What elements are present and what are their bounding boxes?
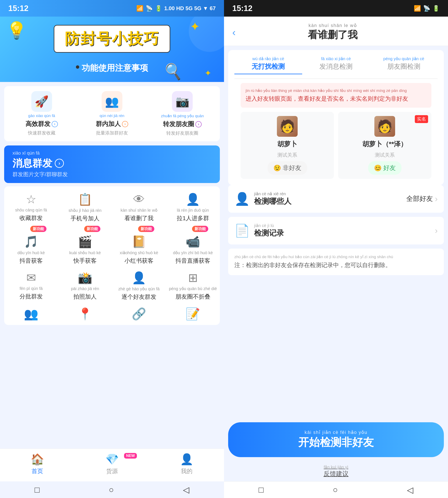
plus-deco2: ✦ [205, 68, 211, 78]
feature-card-1[interactable]: 🚀 gāo xiào qún fā 高效群发 › 快速群发收藏 [7, 91, 76, 136]
friend-name-2: 胡萝卜（**泽） [362, 140, 407, 149]
tab0-label: 无打扰检测 [234, 62, 302, 74]
tab-send-msg[interactable]: fā xiāo xi jiǎn cè 发消息检测 [302, 56, 370, 74]
tab-no-disturb[interactable]: wú dǎ rǎo jiǎn cè 无打扰检测 [234, 56, 302, 74]
friend-card-2: 实名 🧑 胡萝卜（**泽） 测试关系 😊 好友 [338, 112, 432, 179]
record-pinyin: jiǎn cè jì lù [254, 223, 284, 228]
tabs-row: wú dǎ rǎo jiǎn cè 无打扰检测 fā xiāo xi jiǎn … [234, 56, 438, 79]
grid-douyin-live[interactable]: 新功能 📹 dǒu yīn zhí bō huò kè 抖音直播获客 [166, 225, 220, 267]
feature-card-2[interactable]: 👥 qún nèi jiā rén 群内加人 › 批量添加群好友 [78, 91, 146, 136]
back-button[interactable]: ‹ [232, 27, 236, 38]
nav-supply-label: 货源 [106, 467, 118, 475]
notice-text: 进入好友转眼页面，查看好友是否实名，未实名则判定为非好友 [246, 94, 426, 103]
grid-douyin[interactable]: 新功能 🎵 dǒu yīn huò kè 抖音获客 [4, 225, 58, 267]
feature-card-3[interactable]: 📷 zhuǎn fā péng yǒu quān 转发朋友圈 › 转发好友朋友圈 [148, 91, 217, 136]
grid-moments[interactable]: ⊞ péng yǒu quān bù zhé diē 朋友圈不折叠 [166, 267, 220, 303]
detect-person-icon: 👤 [234, 192, 250, 206]
record-left: 📄 jiǎn cè jì lù 检测记录 [234, 223, 284, 238]
grid-batch[interactable]: ✉ fēn pī qún fā 分批群发 [4, 267, 58, 303]
new-badge: NEW [124, 453, 137, 459]
supply-icon: 💎 [105, 453, 119, 466]
battery-icon-r: 🔋 [432, 5, 440, 12]
hero-subtitle: 功能使用注意事项 [82, 62, 148, 74]
tab1-pinyin: fā xiāo xi jiǎn cè [302, 56, 370, 61]
tab2-pinyin: péng yǒu quān jiǎn cè [370, 56, 438, 61]
bottom-notice: zhù jiǎn cè chū de fēi hǎo yǒu huì bǎo c… [228, 249, 444, 275]
mine-icon: 👤 [180, 453, 193, 466]
card1-subtitle: 快速群发收藏 [28, 130, 55, 136]
grid-pull-group[interactable]: 👤 lā rén jìn duō qún 拉1人进多群 [166, 188, 220, 225]
card3-title: 转发朋友圈 › [163, 120, 202, 129]
feature-cards: 🚀 gāo xiào qún fā 高效群发 › 快速群发收藏 👥 qún nè… [4, 86, 220, 141]
magnify-icon: 🔍 [163, 61, 184, 81]
notice-box: jìn rù hǎo yǒu liàn thing yè miàn chá kà… [240, 83, 432, 108]
start-btn-pinyin: kāi shǐ jiǎn cè fēi hǎo yǒu [236, 430, 436, 435]
friend-cards-row: 🧑 胡萝卜 测试关系 😟 非好友 实名 🧑 胡萝卜（**泽） 测试关系 😊 [234, 112, 438, 185]
friend-card-1: 🧑 胡萝卜 测试关系 😟 非好友 [240, 112, 334, 179]
record-row[interactable]: 📄 jiǎn cè jì lù 检测记录 › [228, 217, 444, 244]
sys-circle-left[interactable]: ○ [109, 485, 114, 495]
smile-icon: 😊 [374, 164, 382, 172]
grid-extra1[interactable]: 👥 [4, 303, 58, 323]
detect-text-block: jiǎn cè nǎ xiē rén 检测哪些人 [254, 191, 291, 206]
nav-home-label: 首页 [32, 467, 43, 475]
detect-pinyin: jiǎn cè nǎ xiē rén [254, 191, 291, 196]
grid-xiaohongshu[interactable]: 新功能 📔 xiǎohóng shū huò kè 小红书获客 [112, 225, 166, 267]
feedback-section[interactable]: fǎn kuì jiàn yì 反馈建议 [224, 461, 448, 481]
avatar-2: 🧑 [374, 116, 395, 137]
nav-home[interactable]: 🏠 首页 [0, 453, 75, 475]
spacer [224, 279, 448, 418]
grid-extra4[interactable]: 📝 [166, 303, 220, 323]
grid-extra3[interactable]: 🔗 [112, 303, 166, 323]
start-btn-label: 开始检测非好友 [236, 435, 436, 450]
grid-photo-add[interactable]: 📸 pāi zhào jiā rén 拍照加人 [58, 267, 112, 303]
sys-nav-right: □ ○ ◁ [224, 481, 448, 498]
message-bar[interactable]: xiāo xī qún fā 消息群发 › 群发图片文字/群聊群发 [4, 146, 220, 183]
phone-left: 15:12 📶 📡 🔋 1.00 HD 5G 5G ▼ 67 💡 防封号小技巧 … [0, 0, 224, 498]
sys-nav-left: □ ○ ◁ [0, 481, 224, 498]
header-pinyin: kàn shuí shān le wǒ [240, 23, 426, 28]
bottom-notice-pinyin: zhù jiǎn cè chū de fēi hǎo yǒu huì bǎo c… [234, 254, 438, 260]
card1-title: 高效群发 › [26, 120, 58, 128]
time-left: 15:12 [8, 4, 28, 13]
detect-right: 全部好友 › [406, 194, 438, 203]
sys-back-right[interactable]: ◁ [407, 485, 413, 495]
icon-grid: ☆ shōu cáng qún fā 收藏群发 📋 shǒu jī hào ji… [4, 186, 220, 325]
grid-personal-send[interactable]: 👤 zhè gè hào yǒu qún fā 逐个好友群发 [112, 267, 166, 303]
bottom-notice-text: 注：检测出的非好友会保存在检测记录中，您可以自行删除。 [234, 260, 438, 270]
grid-extra2[interactable]: 📍 [58, 303, 112, 323]
sad-icon: 😟 [273, 164, 281, 172]
sys-circle-right[interactable]: ○ [333, 485, 338, 495]
record-chevron: › [435, 226, 438, 235]
status-icons-right: 📶 📡 🔋 [414, 5, 440, 12]
start-button[interactable]: kāi shǐ jiǎn cè fēi hǎo yǒu 开始检测非好友 [228, 422, 444, 457]
tab-moments[interactable]: péng yǒu quān jiǎn cè 朋友圈检测 [370, 56, 438, 74]
detect-row[interactable]: 👤 jiǎn cè nǎ xiē rén 检测哪些人 全部好友 › [228, 185, 444, 213]
sys-back-left[interactable]: ◁ [183, 485, 189, 495]
nav-supply[interactable]: 💎 NEW 货源 [75, 453, 149, 475]
sys-square-right[interactable]: □ [259, 485, 264, 495]
msgbar-pinyin: xiāo xī qún fā [13, 150, 211, 156]
nav-mine[interactable]: 👤 我的 [149, 453, 224, 475]
wifi-icon-r: 📡 [423, 5, 430, 12]
grid-who-deleted[interactable]: 👁 kàn shuí shān le wǒ 看谁删了我 [112, 188, 166, 225]
bottom-nav-left: 🏠 首页 💎 NEW 货源 👤 我的 [0, 448, 224, 481]
friend-status-2: 好友 [383, 164, 396, 172]
grid-phone-add[interactable]: 📋 shǒu jī hào jiā rén 手机号加人 [58, 188, 112, 225]
card3-pinyin: zhuǎn fā péng yǒu quān [161, 114, 204, 118]
grid-kuaishou[interactable]: 新功能 🎬 kuài shǒu huò kè 快手获客 [58, 225, 112, 267]
detect-label: 检测哪些人 [254, 196, 291, 206]
nav-mine-label: 我的 [181, 467, 192, 475]
feature-icon-rocket: 🚀 [31, 91, 52, 112]
status-bar-right: 15:12 📶 📡 🔋 [224, 0, 448, 17]
friend-status-1: 非好友 [283, 164, 301, 172]
msgbar-subtitle: 群发图片文字/群聊群发 [13, 171, 211, 178]
card1-pinyin: gāo xiào qún fā [28, 114, 55, 118]
home-icon: 🏠 [31, 453, 44, 466]
card2-subtitle: 批量添加群好友 [96, 130, 128, 136]
grid-collect[interactable]: ☆ shōu cáng qún fā 收藏群发 [4, 188, 58, 225]
msgbar-title: 消息群发 › [13, 157, 211, 170]
sys-square-left[interactable]: □ [35, 485, 40, 495]
right-header: ‹ kàn shuí shān le wǒ 看谁删了我 [224, 17, 448, 46]
signal-icon: 📶 [136, 5, 144, 12]
